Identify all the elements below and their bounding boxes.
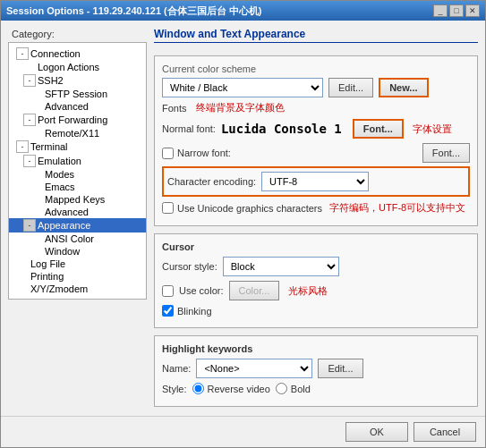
tree-item-connection[interactable]: Connection xyxy=(9,46,146,61)
narrow-font-checkbox[interactable] xyxy=(162,148,174,159)
cursor-section: Cursor Cursor style: Block Underline Bar… xyxy=(154,233,478,328)
ansi-color-label: ANSI Color xyxy=(45,233,94,244)
font-button[interactable]: Font... xyxy=(353,119,404,139)
cursor-color-row: Use color: Color... 光标风格 xyxy=(162,281,470,300)
tree-item-advanced-ssh[interactable]: Advanced xyxy=(9,100,146,113)
ok-button[interactable]: OK xyxy=(345,422,408,442)
blinking-row: Blinking xyxy=(162,305,470,317)
color-scheme-select[interactable]: White / Black Black / White Custom xyxy=(162,78,323,97)
highlight-section: Highlight keywords Name: <None> Edit... … xyxy=(154,335,478,407)
ssh2-label: SSH2 xyxy=(38,75,64,86)
printing-label: Printing xyxy=(30,271,64,282)
fonts-annotation: 终端背景及字体颜色 xyxy=(196,101,285,114)
unicode-checkbox-row: Use Unicode graphics characters 字符编码，UTF… xyxy=(162,201,470,215)
highlight-style-row: Style: Reverse video Bold xyxy=(162,383,470,394)
left-panel-container: Category: Connection Logon Actions SSH2 xyxy=(8,28,147,409)
narrow-font-button[interactable]: Font... xyxy=(422,143,470,163)
tree-item-printing[interactable]: Printing xyxy=(9,270,146,283)
maximize-button[interactable]: □ xyxy=(449,4,464,17)
tree-item-ssh2[interactable]: SSH2 xyxy=(9,73,146,88)
cursor-annotation: 光标风格 xyxy=(288,284,328,298)
color-scheme-group-label: Current color scheme xyxy=(162,63,470,74)
use-color-checkbox[interactable] xyxy=(162,285,174,297)
window-title: Session Options - 119.29.240.121 (合体三国后台… xyxy=(6,4,261,18)
reverse-video-radio[interactable] xyxy=(192,383,204,394)
tree-item-mapped-keys[interactable]: Mapped Keys xyxy=(9,193,146,206)
highlight-style-label: Style: xyxy=(162,384,187,394)
tree-item-logon-actions[interactable]: Logon Actions xyxy=(9,61,146,73)
minimize-button[interactable]: _ xyxy=(433,4,448,17)
blinking-label: Blinking xyxy=(177,306,212,317)
bold-radio-row: Bold xyxy=(276,383,311,394)
encoding-select[interactable]: UTF-8 GBK ISO-8859-1 xyxy=(261,172,369,191)
bold-label: Bold xyxy=(291,384,311,394)
window-controls: _ □ ✕ xyxy=(433,4,480,17)
highlight-name-row: Name: <None> Edit... xyxy=(162,359,470,378)
normal-font-label: Normal font: xyxy=(162,123,216,134)
cursor-section-label: Cursor xyxy=(162,241,470,252)
tree-item-sftp[interactable]: SFTP Session xyxy=(9,88,146,100)
window-tree-label: Window xyxy=(45,246,80,257)
connection-label: Connection xyxy=(30,48,81,59)
tree-item-modes[interactable]: Modes xyxy=(9,168,146,181)
cancel-button[interactable]: Cancel xyxy=(414,422,476,442)
appearance-toggle[interactable] xyxy=(23,219,36,232)
encoding-row: Character encoding: UTF-8 GBK ISO-8859-1 xyxy=(162,166,470,197)
tree-item-ansi-color[interactable]: ANSI Color xyxy=(9,232,146,245)
color-scheme-section: Current color scheme White / Black Black… xyxy=(154,55,478,226)
unicode-checkbox[interactable] xyxy=(162,202,174,214)
connection-toggle[interactable] xyxy=(16,47,29,60)
tree-item-port-forwarding[interactable]: Port Forwarding xyxy=(9,113,146,127)
tree-item-emulation[interactable]: Emulation xyxy=(9,154,146,168)
tree-panel: Connection Logon Actions SSH2 SFTP Sessi… xyxy=(8,42,147,300)
port-fwd-toggle[interactable] xyxy=(23,114,36,126)
edit-color-button[interactable]: Edit... xyxy=(328,78,373,97)
tree-item-emacs[interactable]: Emacs xyxy=(9,181,146,193)
fonts-label: Fonts xyxy=(162,103,187,114)
reverse-video-radio-row: Reverse video xyxy=(192,383,270,394)
narrow-font-label: Narrow font: xyxy=(177,148,231,158)
mapped-keys-label: Mapped Keys xyxy=(45,194,105,205)
reverse-video-label: Reverse video xyxy=(208,384,270,394)
highlight-name-label: Name: xyxy=(162,363,191,374)
tree-item-advanced2[interactable]: Advanced xyxy=(9,206,146,218)
title-bar: Session Options - 119.29.240.121 (合体三国后台… xyxy=(1,1,485,21)
close-button[interactable]: ✕ xyxy=(465,4,480,17)
new-color-button[interactable]: New... xyxy=(379,78,428,97)
color-button[interactable]: Color... xyxy=(229,281,280,300)
tree-item-xyz-modem[interactable]: X/Y/Zmodem xyxy=(9,283,146,295)
category-tree: Connection Logon Actions SSH2 SFTP Sessi… xyxy=(9,46,146,295)
color-scheme-row: White / Black Black / White Custom Edit.… xyxy=(162,78,470,97)
normal-font-row: Normal font: Lucida Console 1 Font... 字体… xyxy=(162,119,470,139)
highlight-name-select[interactable]: <None> xyxy=(196,359,312,378)
advanced2-label: Advanced xyxy=(45,207,89,217)
main-content: Category: Connection Logon Actions SSH2 xyxy=(1,21,485,416)
ssh2-toggle[interactable] xyxy=(23,74,36,87)
tree-item-window[interactable]: Window xyxy=(9,245,146,258)
tree-item-appearance[interactable]: Appearance xyxy=(9,218,146,232)
encoding-label: Character encoding: xyxy=(167,176,256,187)
session-options-window: Session Options - 119.29.240.121 (合体三国后台… xyxy=(0,0,486,448)
appearance-label: Appearance xyxy=(38,220,90,231)
tree-item-log-file[interactable]: Log File xyxy=(9,258,146,270)
highlight-edit-button[interactable]: Edit... xyxy=(318,359,362,378)
emulation-label: Emulation xyxy=(38,156,81,166)
modes-label: Modes xyxy=(45,169,74,180)
narrow-font-row: Narrow font: Font... xyxy=(162,143,470,163)
terminal-toggle[interactable] xyxy=(16,140,29,153)
cursor-style-select[interactable]: Block Underline Bar xyxy=(223,257,339,276)
font-annotation: 字体设置 xyxy=(413,123,452,136)
bold-radio[interactable] xyxy=(276,383,287,394)
advanced-ssh-label: Advanced xyxy=(45,101,89,112)
blinking-checkbox[interactable] xyxy=(162,305,174,317)
section-title: Window and Text Appearance xyxy=(154,28,478,43)
log-file-label: Log File xyxy=(30,258,65,269)
use-color-label: Use color: xyxy=(179,285,224,296)
emulation-toggle[interactable] xyxy=(23,155,36,167)
xyz-modem-label: X/Y/Zmodem xyxy=(30,283,88,294)
right-panel: Window and Text Appearance Current color… xyxy=(154,28,478,409)
highlight-label: Highlight keywords xyxy=(162,343,470,354)
tree-item-terminal[interactable]: Terminal xyxy=(9,139,146,154)
normal-font-value: Lucida Console 1 xyxy=(221,122,342,136)
tree-item-remote-x11[interactable]: Remote/X11 xyxy=(9,127,146,139)
